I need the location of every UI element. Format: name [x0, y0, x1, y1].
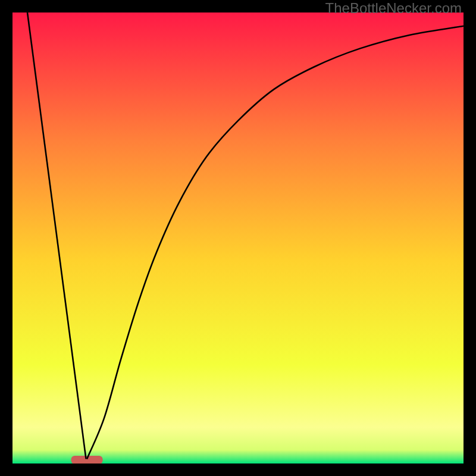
chart-frame: TheBottleNecker.com — [0, 0, 476, 476]
gradient-background — [12, 12, 464, 464]
watermark-text: TheBottleNecker.com — [325, 0, 462, 17]
chart-plot — [12, 12, 464, 464]
bottom-marker — [71, 456, 103, 464]
